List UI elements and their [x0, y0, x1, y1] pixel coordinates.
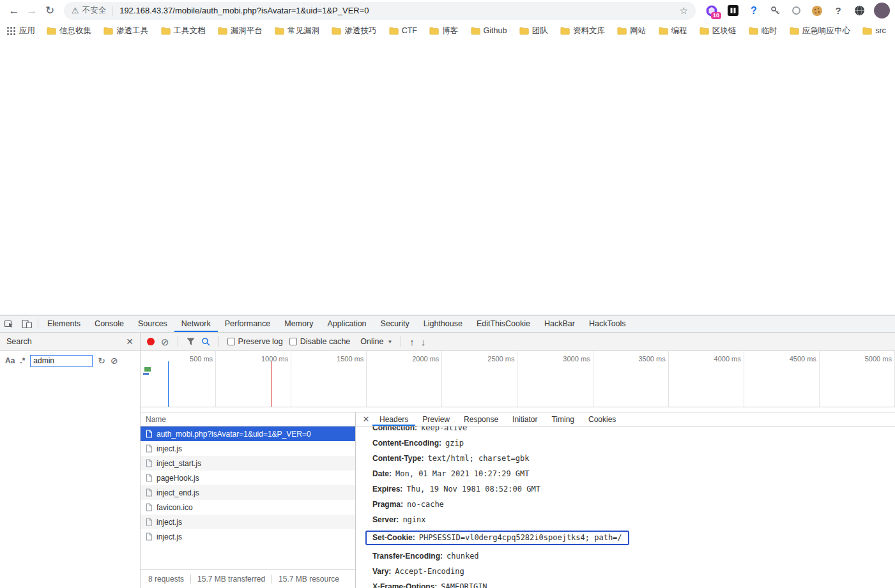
request-row[interactable]: pageHook.js — [141, 471, 355, 485]
header-row: Set-Cookie:PHPSESSID=vl0derg4cpq5282i0sp… — [356, 527, 895, 548]
bookmark-label: 区块链 — [712, 26, 737, 36]
address-bar[interactable]: ⚠ 不安全 192.168.43.37/mobile/auth_mobi.php… — [64, 2, 696, 20]
bookmark-item[interactable]: 资料文库 — [560, 26, 605, 36]
header-name: Expires: — [372, 485, 402, 494]
extension-dark-icon[interactable] — [726, 4, 740, 18]
header-entry: Transfer-Encoding:chunked — [372, 552, 479, 561]
cookie-icon[interactable] — [810, 4, 824, 18]
close-search-icon[interactable]: ✕ — [126, 336, 134, 347]
globe-icon[interactable] — [852, 4, 866, 18]
request-row[interactable]: favicon.ico — [141, 500, 355, 515]
disable-cache-checkbox[interactable] — [289, 338, 297, 345]
timeline-cell: 1000 ms — [216, 351, 291, 407]
bookmark-star-icon[interactable]: ☆ — [680, 5, 688, 17]
inspect-element-icon[interactable] — [0, 315, 18, 332]
details-tab-headers[interactable]: Headers — [372, 412, 415, 426]
name-column-header[interactable]: Name — [141, 412, 355, 426]
devtools-tab-strip: ElementsConsoleSourcesNetworkPerformance… — [40, 315, 633, 332]
devtools-tab-console[interactable]: Console — [88, 315, 131, 332]
request-list: auth_mobi.php?isAvatar=1&uid=1&P_VER=0in… — [141, 426, 355, 569]
page-content — [0, 40, 895, 315]
file-icon — [146, 430, 153, 438]
refresh-icon[interactable]: ↻ — [41, 2, 59, 20]
devtools-tab-performance[interactable]: Performance — [218, 315, 278, 332]
bookmark-item[interactable]: Github — [471, 26, 507, 36]
back-icon[interactable]: ← — [5, 2, 23, 20]
request-row[interactable]: auth_mobi.php?isAvatar=1&uid=1&P_VER=0 — [141, 426, 355, 441]
throttling-dropdown[interactable]: Online ▼ — [360, 337, 392, 346]
url-text[interactable]: 192.168.43.37/mobile/auth_mobi.php?isAva… — [119, 6, 674, 15]
regex-toggle[interactable]: .* — [20, 356, 25, 365]
bookmark-item[interactable]: 临时 — [749, 26, 777, 36]
search-network-icon[interactable] — [201, 337, 210, 346]
bookmark-item[interactable]: 应急响应中心 — [790, 26, 850, 36]
header-entry: X-Frame-Options:SAMEORIGIN — [372, 582, 487, 588]
details-tab-initiator[interactable]: Initiator — [505, 412, 544, 426]
bookmark-item[interactable]: 博客 — [429, 26, 458, 36]
devtools-tab-hacktools[interactable]: HackTools — [582, 315, 633, 332]
export-har-icon[interactable]: ↓ — [421, 337, 426, 347]
search-panel-title: Search — [6, 337, 32, 346]
filter-icon[interactable] — [187, 338, 195, 345]
preserve-log-checkbox[interactable] — [227, 338, 235, 345]
bookmark-item[interactable]: 漏洞平台 — [218, 26, 263, 36]
bookmark-label: Github — [484, 26, 507, 35]
details-tab-response[interactable]: Response — [457, 412, 505, 426]
details-tab-preview[interactable]: Preview — [415, 412, 457, 426]
header-row: Date:Mon, 01 Mar 2021 10:27:29 GMT — [356, 466, 895, 481]
bookmark-item[interactable]: 渗透技巧 — [332, 26, 376, 36]
devtools-tab-sources[interactable]: Sources — [131, 315, 174, 332]
devtools-tab-application[interactable]: Application — [320, 315, 373, 332]
bookmark-item[interactable]: 常见漏洞 — [275, 26, 319, 36]
header-value: keep-alive — [421, 426, 467, 432]
bookmark-item[interactable]: CTF — [389, 26, 417, 36]
security-indicator[interactable]: ⚠ 不安全 — [72, 5, 106, 16]
profile-avatar[interactable] — [874, 3, 890, 19]
header-row: Vary:Accept-Encoding — [356, 564, 895, 579]
bookmark-label: 信息收集 — [59, 26, 91, 36]
devtools-tab-hackbar[interactable]: HackBar — [537, 315, 582, 332]
search-input[interactable] — [30, 355, 93, 367]
request-row[interactable]: inject_end.js — [141, 485, 355, 500]
request-row[interactable]: inject.js — [141, 515, 355, 529]
search-clear-icon[interactable]: ⊘ — [111, 356, 118, 365]
match-case-toggle[interactable]: Aa — [5, 356, 15, 365]
bookmark-item[interactable]: 网站 — [617, 26, 646, 36]
details-tab-cookies[interactable]: Cookies — [581, 412, 623, 426]
timeline-cell: 2000 ms — [367, 351, 442, 407]
bookmark-item[interactable]: 编程 — [659, 26, 687, 36]
import-har-icon[interactable]: ↑ — [409, 337, 415, 347]
devtools-tab-security[interactable]: Security — [374, 315, 417, 332]
devtools-tab-elements[interactable]: Elements — [40, 315, 88, 332]
devtools-tab-lighthouse[interactable]: Lighthouse — [417, 315, 470, 332]
key-icon[interactable] — [768, 4, 782, 18]
close-details-icon[interactable]: ✕ — [360, 412, 372, 426]
search-refresh-icon[interactable]: ↻ — [98, 356, 105, 365]
timeline-label: 3500 ms — [638, 355, 665, 363]
bookmark-item[interactable]: 区块链 — [700, 26, 737, 36]
question-blue-icon[interactable]: ? — [747, 4, 761, 18]
bookmark-item[interactable]: src — [862, 26, 886, 36]
devtools-second-row: Search ✕ ⊘ Preserve log Disable cache — [0, 333, 895, 351]
question-gray-icon[interactable]: ? — [831, 4, 845, 18]
bookmark-item[interactable]: 渗透工具 — [103, 26, 148, 36]
record-icon[interactable] — [147, 338, 155, 345]
device-toolbar-icon[interactable] — [18, 315, 36, 332]
bookmark-item[interactable]: 工具文档 — [161, 26, 206, 36]
request-row[interactable]: inject.js — [141, 441, 355, 456]
extension-shield-icon[interactable]: 10 — [705, 4, 719, 18]
request-row[interactable]: inject_start.js — [141, 456, 355, 471]
bookmark-label: 工具文档 — [174, 26, 206, 36]
toolbar-separator — [401, 336, 401, 347]
devtools-tab-editthiscookie[interactable]: EditThisCookie — [470, 315, 537, 332]
apps-shortcut[interactable]: 应用 — [6, 26, 35, 36]
devtools-tab-network[interactable]: Network — [174, 315, 218, 332]
request-row[interactable]: inject.js — [141, 529, 355, 544]
bookmark-item[interactable]: 信息收集 — [47, 26, 91, 36]
devtools-tab-memory[interactable]: Memory — [277, 315, 320, 332]
circle-icon[interactable] — [789, 4, 803, 18]
details-tab-timing[interactable]: Timing — [544, 412, 581, 426]
bookmark-item[interactable]: 团队 — [519, 26, 548, 36]
timeline-overview[interactable]: 500 ms1000 ms1500 ms2000 ms2500 ms3000 m… — [141, 351, 895, 407]
clear-icon[interactable]: ⊘ — [161, 337, 169, 347]
